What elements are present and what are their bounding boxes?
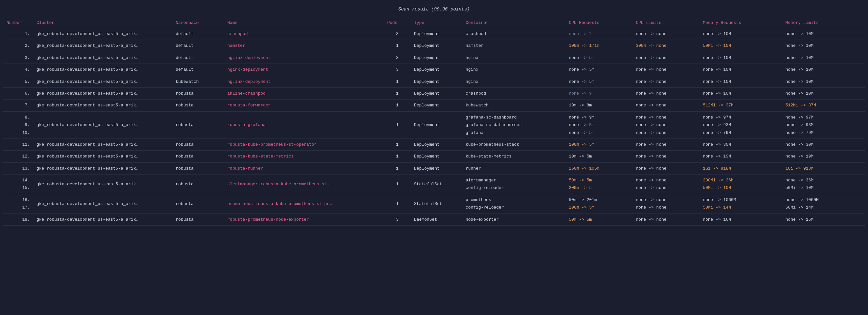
results-table-wrapper: Number Cluster Namespace Name Pods Type … — [3, 18, 865, 226]
cell-type: Deployment — [411, 151, 462, 163]
cell-cpu-limits: 300m -> none — [632, 40, 700, 52]
cell-type: Deployment — [411, 64, 462, 76]
cell-cpu-requests: none -> ? — [565, 87, 632, 99]
cell-type: StatefulSet — [411, 174, 462, 194]
table-row: 11.gke_robusta-development_us-east5-a_ar… — [3, 139, 865, 150]
cell-namespace: robusta — [173, 213, 224, 225]
cell-cluster: gke_robusta-development_us-east5-a_arik… — [33, 87, 173, 99]
cell-name: crashpod — [224, 28, 384, 40]
cell-memory-requests: none -> 10M — [700, 64, 782, 76]
cell-cpu-requests: 10m -> 8m — [565, 99, 632, 111]
cell-cpu-requests: 10m -> 5m — [565, 151, 632, 163]
cell-cluster: gke_robusta-development_us-east5-a_arik… — [33, 111, 173, 139]
cell-type: Deployment — [411, 40, 462, 52]
cell-memory-requests: none -> 10M — [700, 76, 782, 87]
cell-cpu-limits: none -> none none -> none — [632, 174, 700, 194]
page-title: Scan result (99.96 points) — [3, 6, 865, 12]
cell-memory-requests: none -> 30M — [700, 139, 782, 150]
cell-container: crashpod — [462, 87, 565, 99]
cell-cluster: gke_robusta-development_us-east5-a_arik… — [33, 76, 173, 87]
cell-cpu-requests: none -> 5m — [565, 76, 632, 87]
cell-number: 5. — [3, 76, 33, 87]
cell-container: nginx — [462, 76, 565, 87]
cell-memory-requests: none -> 1060M 50Mi -> 14M — [700, 194, 782, 213]
cell-cpu-requests: 50m -> 201m 200m -> 5m — [565, 194, 632, 213]
cell-type: Deployment — [411, 139, 462, 150]
cell-container: alertmanager config-reloader — [462, 174, 565, 194]
cell-memory-requests: none -> 16M — [700, 213, 782, 225]
cell-cpu-requests: 100m -> 171m — [565, 40, 632, 52]
cell-memory-limits: none -> 10M — [782, 40, 865, 52]
cell-memory-requests: none -> 10M — [700, 52, 782, 63]
cell-memory-limits: none -> 10M — [782, 28, 865, 40]
cell-namespace: kubewatch — [173, 76, 224, 87]
cell-number: 11. — [3, 139, 33, 150]
cell-namespace: default — [173, 28, 224, 40]
cell-name: robusta-forwarder — [224, 99, 384, 111]
cell-pods: 3 — [384, 52, 411, 63]
cell-cpu-requests: none -> 5m — [565, 52, 632, 63]
cell-number: 16. 17. — [3, 194, 33, 213]
cell-memory-requests: none -> 19M — [700, 151, 782, 163]
cell-container: nginx — [462, 52, 565, 63]
cell-cluster: gke_robusta-development_us-east5-a_arik… — [33, 139, 173, 150]
cell-pods: 1 — [384, 99, 411, 111]
cell-pods: 1 — [384, 163, 411, 174]
cell-number: 6. — [3, 87, 33, 99]
cell-container: crashpod — [462, 28, 565, 40]
cell-cpu-limits: none -> none — [632, 52, 700, 63]
cell-cluster: gke_robusta-development_us-east5-a_arik… — [33, 151, 173, 163]
cell-type: Deployment — [411, 52, 462, 63]
cell-container: runner — [462, 163, 565, 174]
cell-pods: 1 — [384, 76, 411, 87]
cell-pods: 3 — [384, 28, 411, 40]
cell-memory-limits: none -> 36M 50Mi -> 10M — [782, 174, 865, 194]
cell-name: robusta-runner — [224, 163, 384, 174]
cell-memory-limits: none -> 10M — [782, 52, 865, 63]
cell-cpu-requests: 50m -> 5m — [565, 213, 632, 225]
cell-cluster: gke_robusta-development_us-east5-a_arik… — [33, 99, 173, 111]
cell-pods: 1 — [384, 151, 411, 163]
cell-cpu-requests: none -> 5m — [565, 64, 632, 76]
table-row: 18.gke_robusta-development_us-east5-a_ar… — [3, 213, 865, 225]
cell-cpu-limits: none -> none none -> none — [632, 194, 700, 213]
cell-name: robusta-kube-state-metrics — [224, 151, 384, 163]
cell-type: Deployment — [411, 163, 462, 174]
cell-number: 4. — [3, 64, 33, 76]
cell-namespace: robusta — [173, 151, 224, 163]
cell-memory-requests: 1Gi -> 918M — [700, 163, 782, 174]
cell-container: kubewatch — [462, 99, 565, 111]
table-row: 12.gke_robusta-development_us-east5-a_ar… — [3, 151, 865, 163]
header-namespace: Namespace — [173, 18, 224, 28]
cell-cluster: gke_robusta-development_us-east5-a_arik… — [33, 174, 173, 194]
header-pods: Pods — [384, 18, 411, 28]
cell-pods: 1 — [384, 87, 411, 99]
cell-memory-limits: none -> 97M none -> 93M none -> 79M — [782, 111, 865, 139]
header-cpu-limits: CPU Limits — [632, 18, 700, 28]
cell-pods: 1 — [384, 111, 411, 139]
cell-memory-limits: none -> 10M — [782, 64, 865, 76]
cell-memory-limits: none -> 19M — [782, 151, 865, 163]
cell-container: prometheus config-reloader — [462, 194, 565, 213]
cell-cpu-limits: none -> none — [632, 213, 700, 225]
cell-memory-requests: 50Mi -> 10M — [700, 40, 782, 52]
cell-number: 3. — [3, 52, 33, 63]
cell-memory-limits: none -> 10M — [782, 87, 865, 99]
cell-type: Deployment — [411, 111, 462, 139]
cell-namespace: robusta — [173, 99, 224, 111]
table-row: 3.gke_robusta-development_us-east5-a_ari… — [3, 52, 865, 63]
cell-cpu-limits: none -> none — [632, 64, 700, 76]
cell-cpu-limits: none -> none — [632, 76, 700, 87]
cell-name: robusta-kube-prometheus-st-operator — [224, 139, 384, 150]
cell-type: Deployment — [411, 76, 462, 87]
cell-type: Deployment — [411, 28, 462, 40]
cell-cpu-limits: none -> none — [632, 163, 700, 174]
cell-name: ng.inx-deployment — [224, 52, 384, 63]
cell-namespace: robusta — [173, 194, 224, 213]
cell-number: 2. — [3, 40, 33, 52]
cell-name: ng.inx-deployment — [224, 76, 384, 87]
cell-pods: 3 — [384, 213, 411, 225]
cell-cluster: gke_robusta-development_us-east5-a_arik… — [33, 40, 173, 52]
cell-cpu-limits: none -> none — [632, 151, 700, 163]
cell-container: kube-prometheus-stack — [462, 139, 565, 150]
